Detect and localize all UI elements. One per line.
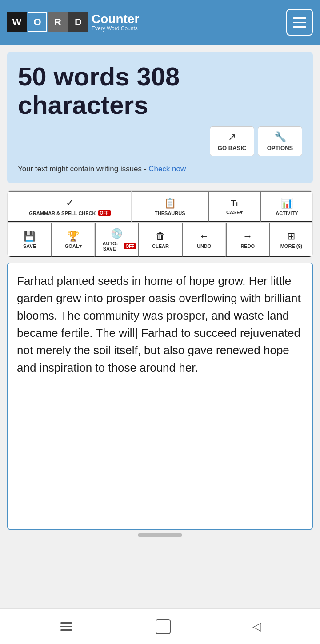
- thesaurus-button[interactable]: 📋 THESAURUS: [132, 191, 208, 222]
- text-editor-area[interactable]: Farhad planted seeds in home of hope gro…: [7, 263, 313, 530]
- logo-tile-o: O: [28, 12, 47, 32]
- nav-menu-icon-line: [60, 629, 72, 631]
- nav-menu-icon-line: [60, 622, 72, 624]
- back-icon: ◁: [252, 620, 261, 633]
- writing-issues-text: Your text might contain writing issues -…: [18, 163, 302, 175]
- thesaurus-label: THESAURUS: [155, 211, 185, 216]
- check-now-link[interactable]: Check now: [148, 165, 186, 173]
- header: W O R D Counter Every Word Counts: [0, 0, 320, 45]
- go-basic-icon: ↗: [228, 131, 236, 143]
- grammar-check-icon: ✓: [66, 197, 74, 209]
- undo-button[interactable]: ← UNDO: [182, 223, 226, 257]
- clear-label: CLEAR: [152, 243, 169, 249]
- redo-button[interactable]: → REDO: [226, 223, 269, 257]
- clear-button[interactable]: 🗑 CLEAR: [138, 223, 182, 257]
- home-icon: [156, 619, 171, 634]
- go-basic-label: GO BASIC: [218, 145, 246, 151]
- text-content[interactable]: Farhad planted seeds in home of hope gro…: [17, 272, 303, 377]
- clear-icon: 🗑: [156, 231, 165, 242]
- options-icon: 🔧: [274, 131, 286, 143]
- scrollbar-thumb: [138, 533, 182, 537]
- goal-icon: 🏆: [67, 231, 79, 242]
- goal-button[interactable]: 🏆 GOAL▾: [51, 223, 95, 257]
- grammar-spell-check-button[interactable]: ✓ GRAMMAR & SPELL CHECK OFF: [8, 191, 132, 222]
- thesaurus-icon: 📋: [164, 198, 176, 209]
- toolbar-row-1: ✓ GRAMMAR & SPELL CHECK OFF 📋 THESAURUS …: [8, 191, 312, 223]
- more-label: MORE (9): [280, 243, 303, 249]
- nav-back-button[interactable]: ◁: [252, 620, 261, 633]
- undo-icon: ←: [199, 231, 209, 242]
- scrollbar-area: [7, 533, 313, 537]
- options-button[interactable]: 🔧 OPTIONS: [258, 126, 302, 156]
- case-label: CASE▾: [226, 210, 243, 215]
- stats-buttons: ↗ GO BASIC 🔧 OPTIONS: [18, 126, 302, 156]
- more-button[interactable]: ⊞ MORE (9): [269, 223, 312, 257]
- autosave-icon: 💿: [111, 228, 123, 239]
- activity-label: ACTIVITY: [276, 211, 298, 216]
- redo-icon: →: [243, 231, 252, 242]
- activity-button[interactable]: 📊 ACTIVITY: [260, 191, 312, 222]
- grammar-off-badge: OFF: [98, 210, 111, 216]
- undo-label: UNDO: [197, 243, 211, 249]
- logo-tile-d: D: [68, 12, 88, 32]
- hamburger-menu-button[interactable]: [286, 9, 313, 36]
- bottom-navigation: ◁: [0, 608, 320, 644]
- logo-tile-w: W: [7, 12, 27, 32]
- logo-counter: Counter: [92, 13, 139, 25]
- case-button[interactable]: Tᵢ CASE▾: [208, 191, 260, 222]
- options-label: OPTIONS: [267, 145, 293, 151]
- save-label: SAVE: [23, 243, 36, 249]
- more-icon: ⊞: [287, 231, 295, 242]
- autosave-button[interactable]: 💿 AUTO-SAVE OFF: [95, 223, 138, 257]
- writing-issues-prefix: Your text might contain writing issues -: [18, 165, 146, 173]
- stats-panel: 50 words 308 characters ↗ GO BASIC 🔧 OPT…: [7, 52, 313, 183]
- hamburger-line: [293, 17, 306, 19]
- logo-area: W O R D Counter Every Word Counts: [7, 12, 139, 32]
- nav-menu-button[interactable]: [59, 620, 74, 632]
- autosave-off-badge: OFF: [124, 243, 136, 249]
- logo-text: Counter Every Word Counts: [92, 13, 139, 32]
- nav-menu-icon-line: [60, 626, 72, 627]
- toolbar-row-2: 💾 SAVE 🏆 GOAL▾ 💿 AUTO-SAVE OFF 🗑 CLEAR ←…: [8, 223, 312, 257]
- redo-label: REDO: [240, 243, 255, 249]
- stats-count: 50 words 308 characters: [18, 62, 302, 119]
- go-basic-button[interactable]: ↗ GO BASIC: [210, 126, 254, 156]
- grammar-check-label: GRAMMAR & SPELL CHECK OFF: [29, 210, 110, 216]
- activity-icon: 📊: [281, 198, 293, 209]
- nav-home-button[interactable]: [156, 619, 171, 634]
- logo-tiles: W O R D: [7, 12, 89, 32]
- goal-label: GOAL▾: [65, 243, 82, 249]
- case-icon: Tᵢ: [231, 198, 238, 208]
- save-button[interactable]: 💾 SAVE: [8, 223, 51, 257]
- logo-tagline: Every Word Counts: [92, 25, 139, 32]
- logo-tile-r: R: [48, 12, 68, 32]
- hamburger-line: [293, 22, 306, 23]
- hamburger-line: [293, 26, 306, 28]
- save-icon: 💾: [24, 231, 36, 242]
- autosave-label: AUTO-SAVE OFF: [97, 241, 136, 251]
- toolbar: ✓ GRAMMAR & SPELL CHECK OFF 📋 THESAURUS …: [7, 190, 313, 257]
